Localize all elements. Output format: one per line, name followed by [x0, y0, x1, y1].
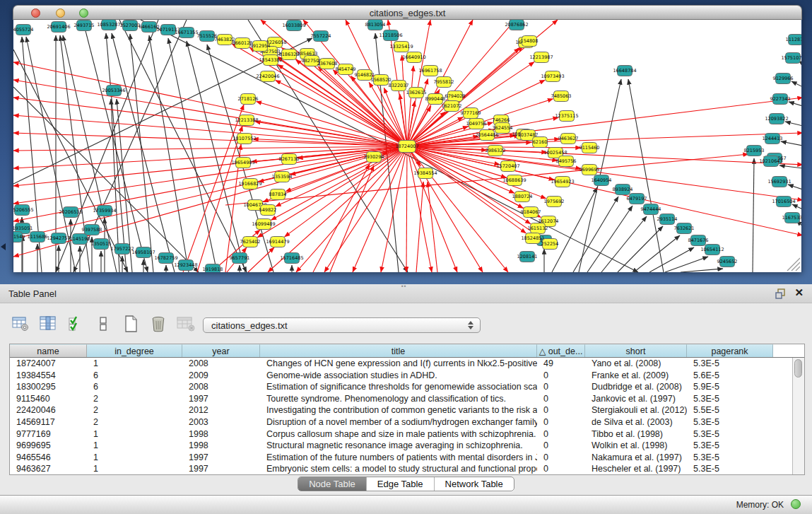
graph-edge[interactable] — [407, 146, 483, 272]
graph-node[interactable]: 2935114 — [657, 214, 678, 225]
table-cell[interactable]: 5.3E-5 — [687, 416, 773, 428]
table-cell[interactable]: Nakamura et al. (1997) — [585, 452, 687, 464]
graph-node[interactable]: 7955812 — [434, 77, 454, 88]
graph-edge[interactable] — [296, 146, 407, 272]
citation-network-graph[interactable]: 4055724206914062493715108532871527003646… — [13, 20, 802, 272]
graph-node[interactable]: 8454749 — [336, 64, 356, 75]
graph-node[interactable]: 19166829 — [238, 179, 261, 189]
graph-node[interactable]: 1244413 — [763, 134, 783, 144]
table-cell[interactable]: 0 — [537, 428, 585, 440]
graph-node[interactable]: 2493715 — [74, 21, 95, 31]
table-cell[interactable]: 1997 — [182, 452, 260, 464]
table-cell[interactable]: Stergiakouli et al. (2012) — [585, 404, 687, 416]
graph-node[interactable]: 9115460 — [579, 143, 600, 153]
table-cell[interactable]: 2 — [87, 393, 182, 405]
table-row[interactable]: 2242004622012Investigating the contribut… — [10, 404, 804, 416]
table-row[interactable]: 946362711997Embryonic stem cells: a mode… — [10, 463, 804, 475]
graph-node[interactable]: 7485063 — [551, 91, 572, 102]
table-cell[interactable]: 9115460 — [10, 393, 87, 405]
network-window-titlebar[interactable]: citations_edges.txt — [13, 5, 802, 20]
graph-node[interactable]: 154808 — [521, 36, 539, 47]
graph-edge[interactable] — [407, 66, 413, 146]
graph-edge[interactable] — [13, 98, 407, 146]
select-rows-icon[interactable] — [66, 315, 85, 333]
memory-status-icon[interactable] — [791, 499, 801, 509]
show-columns-icon[interactable] — [39, 315, 57, 333]
tab-node-table[interactable]: Node Table — [298, 477, 366, 491]
table-cell[interactable]: 9777169 — [10, 428, 87, 440]
graph-node[interactable]: 252254 — [541, 239, 559, 250]
table-cell[interactable]: Structural magnetic resonance image aver… — [260, 440, 537, 452]
graph-node[interactable]: 9777169 — [461, 108, 481, 119]
table-cell[interactable]: 1998 — [182, 440, 260, 452]
table-cell[interactable]: Franke et al. (2009) — [585, 370, 687, 382]
table-cell[interactable]: Wolkin et al. (1998) — [585, 440, 687, 452]
graph-node[interactable]: 9463627 — [558, 134, 579, 144]
table-cell[interactable]: 2009 — [182, 370, 260, 382]
table-cell[interactable]: 0 — [537, 370, 585, 382]
table-cell[interactable]: 5.5E-5 — [687, 404, 773, 416]
graph-node[interactable]: 7632621 — [674, 223, 695, 234]
table-cell[interactable]: 1 — [87, 463, 182, 475]
table-cell[interactable]: 5.3E-5 — [687, 428, 773, 440]
graph-node[interactable]: 16648784 — [613, 66, 636, 76]
table-cell[interactable]: 1 — [87, 428, 182, 440]
table-cell[interactable]: 1998 — [182, 428, 260, 440]
table-cell[interactable]: 2008 — [182, 358, 260, 370]
table-cell[interactable]: Yano et al. (2008) — [585, 358, 687, 370]
table-cell[interactable]: 1997 — [182, 463, 260, 475]
table-cell[interactable]: 5.3E-5 — [687, 440, 773, 452]
column-header-short[interactable]: short — [585, 344, 687, 357]
graph-node[interactable]: 2930294 — [364, 152, 384, 163]
table-cell[interactable]: 9465546 — [10, 452, 87, 464]
graph-edge[interactable] — [618, 226, 663, 272]
vertical-scrollbar[interactable] — [792, 358, 804, 474]
table-cell[interactable]: 19384554 — [10, 370, 87, 382]
graph-node[interactable]: 1049756 — [466, 119, 487, 129]
table-cell[interactable]: 9463627 — [10, 463, 87, 475]
graph-node[interactable]: 8215953 — [744, 146, 765, 156]
graph-node[interactable]: 887834 — [269, 189, 287, 200]
graph-node[interactable]: 1115686 — [28, 232, 48, 243]
graph-node[interactable]: 12213987 — [529, 52, 553, 63]
graph-node[interactable]: 17359934 — [93, 206, 116, 216]
graph-node[interactable]: 1353594 — [272, 172, 293, 182]
table-cell[interactable]: 9699695 — [10, 440, 87, 452]
graph-edge[interactable] — [313, 164, 370, 272]
table-cell[interactable]: 0 — [537, 416, 585, 428]
column-header-title[interactable]: title — [260, 344, 537, 357]
graph-node[interactable]: 4055724 — [13, 25, 33, 35]
graph-node[interactable]: 19384554 — [413, 168, 437, 179]
float-panel-icon[interactable] — [775, 288, 787, 299]
graph-edge[interactable] — [789, 102, 802, 106]
column-header-pagerank[interactable]: pagerank — [687, 344, 773, 357]
table-cell[interactable]: 5.3E-5 — [687, 452, 773, 464]
graph-node[interactable]: 1167533 — [782, 213, 802, 223]
graph-node[interactable]: 8495756 — [556, 156, 577, 167]
table-cell[interactable]: 2003 — [182, 416, 260, 428]
table-selector[interactable]: citations_edges.txt — [203, 317, 481, 333]
graph-node[interactable]: 16099489 — [252, 219, 275, 230]
table-cell[interactable]: 5.3E-5 — [687, 358, 773, 370]
graph-edge[interactable] — [130, 34, 153, 272]
graph-node[interactable]: 15692931 — [767, 177, 791, 187]
graph-node[interactable]: 9129966 — [773, 74, 794, 84]
column-header-name[interactable]: name — [10, 344, 87, 357]
graph-node[interactable]: 9657791 — [230, 253, 250, 264]
table-cell[interactable]: 49 — [537, 358, 585, 370]
table-cell[interactable]: Tibbo et al. (1998) — [585, 428, 687, 440]
table-cell[interactable]: 5.6E-5 — [687, 370, 773, 382]
graph-node[interactable]: 16033809 — [282, 21, 305, 31]
table-cell[interactable]: 5.3E-5 — [687, 463, 773, 475]
graph-node[interactable]: 8938924 — [613, 185, 633, 195]
graph-node[interactable]: 1615132 — [528, 223, 548, 234]
table-cell[interactable]: 2 — [87, 404, 182, 416]
table-cell[interactable]: 5.9E-5 — [687, 381, 773, 393]
graph-node[interactable]: 13325419 — [389, 42, 413, 52]
graph-node[interactable]: 9245652 — [717, 257, 738, 267]
graph-node[interactable]: 15720407 — [496, 161, 519, 172]
graph-node[interactable]: 12213388 — [235, 115, 258, 126]
graph-edge[interactable] — [649, 247, 694, 272]
table-cell[interactable]: 18300295 — [10, 381, 87, 393]
graph-node[interactable]: 9397588 — [82, 225, 102, 235]
